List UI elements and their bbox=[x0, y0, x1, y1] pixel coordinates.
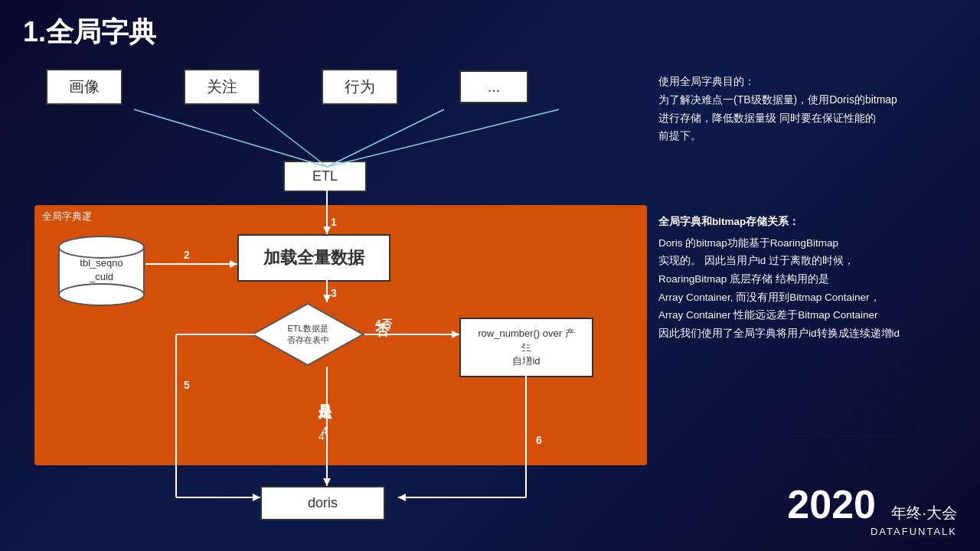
db-cylinder: tbl_seqno_cuid bbox=[57, 232, 145, 308]
svg-line-6 bbox=[327, 109, 444, 167]
svg-line-7 bbox=[327, 109, 559, 167]
svg-marker-26 bbox=[323, 478, 331, 486]
bg-decoration bbox=[750, 321, 980, 551]
step-yes-label: 是 bbox=[318, 402, 332, 420]
right-text-top-content: 使用全局字典目的：为了解决难点一(TB级数据量)，使用Doris的bitmap进… bbox=[658, 75, 897, 142]
right-text-bottom-title: 全局字典和bitmap存储关系： bbox=[658, 213, 957, 231]
orange-section-label: 全局字典逻 bbox=[42, 210, 92, 223]
top-box-xingwei: 行为 bbox=[322, 69, 398, 105]
db-label: tbl_seqno_cuid bbox=[57, 256, 145, 284]
top-box-guanzhu: 关注 bbox=[184, 69, 260, 105]
svg-line-5 bbox=[253, 109, 327, 167]
svg-point-1 bbox=[59, 284, 144, 305]
svg-marker-29 bbox=[398, 494, 406, 501]
top-box-ellipsis: ... bbox=[459, 70, 528, 103]
step4-label: 4 bbox=[322, 425, 328, 437]
row-number-box: row_number() over 产生自增id bbox=[459, 318, 593, 377]
top-box-huaxiang: 画像 bbox=[46, 69, 122, 105]
load-data-box: 加载全量数据 bbox=[237, 234, 390, 282]
svg-line-4 bbox=[134, 109, 327, 167]
step-no-label: 否 bbox=[375, 321, 389, 340]
page-title: 1.全局字典 bbox=[23, 14, 156, 51]
svg-point-2 bbox=[59, 236, 144, 258]
doris-box: doris bbox=[260, 486, 385, 520]
top-boxes-container: 画像 关注 行为 ... bbox=[46, 69, 528, 105]
etl-box: ETL bbox=[283, 161, 367, 192]
diamond-text: ETL数据是否存在表中 bbox=[276, 323, 341, 347]
svg-marker-33 bbox=[253, 494, 260, 501]
right-text-top: 使用全局字典目的：为了解决难点一(TB级数据量)，使用Doris的bitmap进… bbox=[658, 73, 957, 145]
diamond-shape: ETL数据是否存在表中 bbox=[251, 302, 364, 367]
